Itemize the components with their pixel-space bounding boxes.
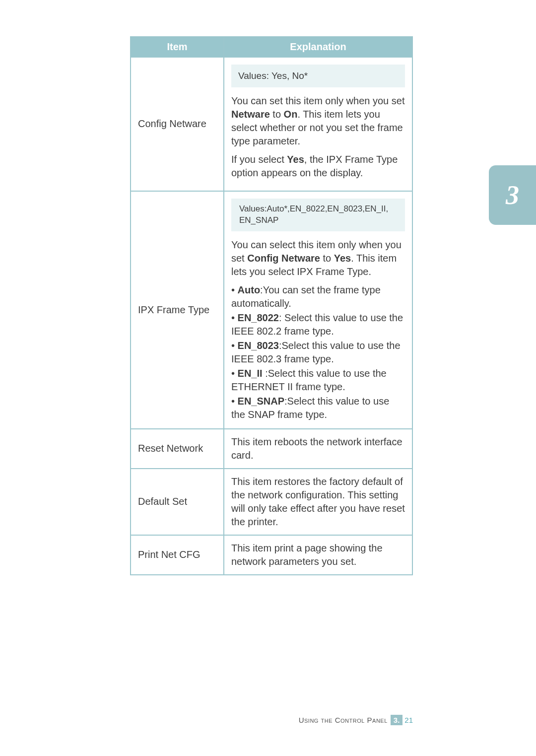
settings-table: Item Explanation Config Netware Values: …	[130, 36, 413, 575]
explanation-reset-network: This item reboots the network interface …	[224, 429, 412, 469]
header-item: Item	[131, 37, 224, 57]
text-bold: Auto	[238, 284, 261, 295]
item-reset-network: Reset Network	[131, 429, 224, 469]
paragraph: You can set this item only when you set …	[231, 94, 405, 148]
values-box: Values:Auto*,EN_8022,EN_8023,EN_II, EN_S…	[231, 199, 405, 231]
item-print-net-cfg: Print Net CFG	[131, 535, 224, 575]
item-ipx-frame-type: IPX Frame Type	[131, 191, 224, 429]
explanation-print-net-cfg: This item print a page showing the netwo…	[224, 535, 412, 575]
text-bold: On	[284, 109, 298, 120]
table-row-config-netware: Config Netware Values: Yes, No* You can …	[131, 57, 412, 191]
list-item: • EN_8023:Select this value to use the I…	[231, 339, 405, 366]
table-row-print-net-cfg: Print Net CFG This item print a page sho…	[131, 535, 412, 575]
bullet: •	[231, 368, 238, 379]
item-default-set: Default Set	[131, 469, 224, 535]
values-box: Values: Yes, No*	[231, 65, 405, 87]
paragraph: You can select this item only when you s…	[231, 238, 405, 278]
page-footer: Using the Control Panel 3.21	[0, 715, 536, 725]
footer-chapter-badge: 3.	[391, 715, 403, 725]
text-bold: EN_SNAP	[238, 396, 284, 407]
table-row-ipx-frame-type: IPX Frame Type Values:Auto*,EN_8022,EN_8…	[131, 191, 412, 429]
chapter-tab: 3	[489, 165, 536, 225]
bullet: •	[231, 340, 238, 351]
list-item: • EN_II :Select this value to use the ET…	[231, 367, 405, 394]
header-explanation: Explanation	[224, 37, 412, 57]
text: If you select	[231, 154, 287, 165]
chapter-number: 3	[506, 180, 519, 210]
table-row-reset-network: Reset Network This item reboots the netw…	[131, 429, 412, 469]
bullet: •	[231, 312, 238, 323]
bullet: •	[231, 396, 238, 407]
list-item: • Auto:You can set the frame type automa…	[231, 283, 405, 310]
text-bold: Yes	[287, 154, 304, 165]
item-config-netware: Config Netware	[131, 57, 224, 191]
text-bold: EN_8023	[238, 340, 279, 351]
text-bold: Netware	[231, 109, 270, 120]
footer-section-title: Using the Control Panel	[299, 716, 388, 724]
bullet: •	[231, 284, 238, 295]
bullet-list: • Auto:You can set the frame type automa…	[231, 283, 405, 421]
text-bold: EN_8022	[238, 312, 279, 323]
list-item: • EN_SNAP:Select this value to use the S…	[231, 395, 405, 421]
explanation-default-set: This item restores the factory default o…	[224, 469, 412, 535]
explanation-ipx-frame-type: Values:Auto*,EN_8022,EN_8023,EN_II, EN_S…	[224, 191, 412, 429]
footer-page-number: 21	[404, 716, 413, 724]
text: to	[320, 253, 334, 264]
explanation-config-netware: Values: Yes, No* You can set this item o…	[224, 57, 412, 191]
list-item: • EN_8022: Select this value to use the …	[231, 311, 405, 338]
text-bold: Config Netware	[247, 253, 320, 264]
text: to	[270, 109, 284, 120]
table-row-default-set: Default Set This item restores the facto…	[131, 469, 412, 535]
text-bold: EN_II	[238, 368, 263, 379]
paragraph: If you select Yes, the IPX Frame Type op…	[231, 153, 405, 180]
text-bold: Yes	[334, 253, 351, 264]
text: You can set this item only when you set	[231, 95, 404, 106]
